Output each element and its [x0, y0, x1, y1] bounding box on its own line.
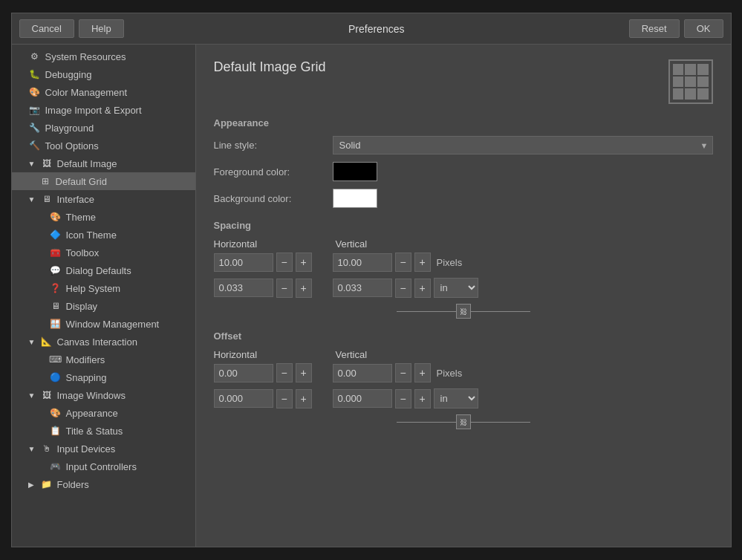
background-color-label: Background color:	[214, 193, 333, 204]
ok-button[interactable]: OK	[684, 19, 723, 38]
spacing-px-row: − + − + Pixels	[214, 253, 713, 272]
spacing-h-px-increment[interactable]: +	[296, 253, 312, 272]
offset-link-icon[interactable]: ⛓	[456, 414, 471, 429]
offset-section: Offset Horizontal Vertical − + −	[214, 331, 713, 429]
sidebar-item-label: Display	[66, 301, 98, 312]
spacing-v-px-increment[interactable]: +	[414, 253, 431, 272]
window-title: Preferences	[130, 23, 623, 35]
spacing-h-px-decrement[interactable]: −	[276, 253, 293, 272]
panel-title: Default Image Grid	[214, 59, 326, 75]
sidebar-item-label: Window Management	[66, 319, 160, 330]
sidebar-item-theme[interactable]: 🎨 Theme	[12, 208, 195, 226]
reset-button[interactable]: Reset	[629, 19, 680, 38]
arrow-icon: ▼	[28, 445, 39, 453]
offset-v-px-increment[interactable]: +	[414, 363, 431, 382]
grid-cell	[697, 76, 709, 88]
spacing-section: Spacing Horizontal Vertical − + −	[214, 220, 713, 319]
interface-icon: 🖥	[40, 192, 53, 206]
link-line-left	[397, 311, 456, 312]
line-style-select[interactable]: Solid Dashed Dotted	[333, 136, 713, 154]
offset-v-in-input[interactable]	[333, 389, 392, 408]
sidebar-item-input-controllers[interactable]: 🎮 Input Controllers	[12, 458, 195, 475]
sidebar-item-label: Dialog Defaults	[66, 265, 131, 276]
system-resources-icon: ⚙	[28, 50, 42, 63]
sidebar-item-system-resources[interactable]: ⚙ System Resources	[12, 48, 195, 65]
sidebar-item-canvas-interaction[interactable]: ▼ 📐 Canvas Interaction	[12, 333, 195, 351]
sidebar-item-interface[interactable]: ▼ 🖥 Interface	[12, 190, 195, 208]
offset-v-px-input[interactable]	[333, 364, 392, 382]
sidebar-item-help-system[interactable]: ❓ Help System	[12, 279, 195, 297]
sidebar-item-label: Appearance	[66, 408, 118, 419]
spacing-v-px-decrement[interactable]: −	[395, 253, 411, 272]
appearance-icon: 🎨	[49, 406, 62, 420]
titlebar-right-buttons: Reset OK	[629, 19, 723, 38]
offset-v-px-decrement[interactable]: −	[395, 363, 411, 382]
sidebar-item-playground[interactable]: 🔧 Playground	[12, 119, 195, 137]
line-style-label: Line style:	[214, 140, 333, 151]
help-system-icon: ❓	[49, 281, 62, 295]
sidebar-item-image-windows[interactable]: ▼ 🖼 Image Windows	[12, 386, 195, 404]
sidebar-item-window-management[interactable]: 🪟 Window Management	[12, 315, 195, 333]
background-color-row: Background color:	[214, 189, 713, 208]
sidebar-item-default-image[interactable]: ▼ 🖼 Default Image	[12, 154, 195, 172]
spacing-h-in-decrement[interactable]: −	[276, 279, 293, 298]
canvas-interaction-icon: 📐	[40, 335, 53, 348]
help-button[interactable]: Help	[79, 19, 124, 38]
sidebar-item-appearance[interactable]: 🎨 Appearance	[12, 404, 195, 422]
sidebar-item-image-import-export[interactable]: 📷 Image Import & Export	[12, 101, 195, 119]
sidebar-item-label: System Resources	[45, 51, 126, 62]
foreground-color-swatch[interactable]	[333, 162, 377, 181]
offset-px-label: Pixels	[437, 368, 463, 379]
sidebar-item-title-status[interactable]: 📋 Title & Status	[12, 422, 195, 440]
sidebar-item-label: Debugging	[45, 69, 92, 80]
grid-cell	[685, 64, 696, 75]
arrow-icon: ▼	[28, 338, 39, 346]
sidebar-item-modifiers[interactable]: ⌨ Modifiers	[12, 351, 195, 368]
sidebar-item-color-management[interactable]: 🎨 Color Management	[12, 83, 195, 101]
link-icon[interactable]: ⛓	[456, 304, 471, 319]
sidebar-item-display[interactable]: 🖥 Display	[12, 297, 195, 315]
panel-header: Default Image Grid	[214, 59, 713, 104]
sidebar-item-toolbox[interactable]: 🧰 Toolbox	[12, 244, 195, 261]
spacing-v-in-input[interactable]	[333, 279, 392, 297]
dialog-defaults-icon: 💬	[49, 264, 62, 277]
appearance-section-label: Appearance	[214, 117, 713, 128]
spacing-h-in-increment[interactable]: +	[296, 279, 312, 298]
sidebar-item-label: Playground	[45, 123, 94, 134]
snapping-icon: 🔵	[49, 371, 62, 384]
spacing-v-in-decrement[interactable]: −	[395, 279, 411, 298]
image-windows-icon: 🖼	[40, 388, 53, 402]
sidebar-item-default-grid[interactable]: ⊞ Default Grid	[12, 172, 195, 190]
spacing-v-in-increment[interactable]: +	[414, 279, 431, 298]
sidebar-item-input-devices[interactable]: ▼ 🖱 Input Devices	[12, 440, 195, 458]
sidebar-item-icon-theme[interactable]: 🔷 Icon Theme	[12, 226, 195, 244]
sidebar-item-folders[interactable]: ▶ 📁 Folders	[12, 475, 195, 493]
default-grid-icon: ⊞	[39, 175, 52, 188]
offset-v-in-increment[interactable]: +	[414, 389, 431, 408]
sidebar-item-debugging[interactable]: 🐛 Debugging	[12, 65, 195, 83]
sidebar-item-label: Title & Status	[66, 426, 123, 437]
spacing-h-px-input[interactable]	[214, 253, 273, 272]
sidebar-item-dialog-defaults[interactable]: 💬 Dialog Defaults	[12, 261, 195, 279]
cancel-button[interactable]: Cancel	[19, 19, 74, 38]
offset-h-px-increment[interactable]: +	[296, 363, 312, 382]
offset-h-in-increment[interactable]: +	[296, 389, 312, 408]
offset-h-in-decrement[interactable]: −	[276, 389, 293, 408]
offset-unit-select[interactable]: in cm mm px	[434, 388, 478, 408]
spacing-v-px-input[interactable]	[333, 253, 392, 272]
content-panel: Default Image Grid Appearance Line styl	[196, 45, 731, 547]
spacing-in-row: − + − + in cm mm px	[214, 278, 713, 298]
spacing-h-in-input[interactable]	[214, 279, 273, 297]
spacing-unit-select[interactable]: in cm mm px	[434, 278, 478, 298]
spacing-link-row: ⛓	[214, 304, 713, 319]
offset-h-px-decrement[interactable]: −	[276, 363, 293, 382]
offset-h-px-input[interactable]	[214, 364, 273, 382]
offset-v-in-decrement[interactable]: −	[395, 389, 411, 408]
sidebar-item-label: Canvas Interaction	[57, 336, 137, 348]
sidebar-item-tool-options[interactable]: 🔨 Tool Options	[12, 137, 195, 154]
input-devices-icon: 🖱	[40, 442, 53, 455]
offset-h-in-input[interactable]	[214, 389, 273, 408]
sidebar-item-snapping[interactable]: 🔵 Snapping	[12, 368, 195, 386]
background-color-swatch[interactable]	[333, 189, 377, 208]
line-style-row: Line style: Solid Dashed Dotted ▼	[214, 136, 713, 154]
